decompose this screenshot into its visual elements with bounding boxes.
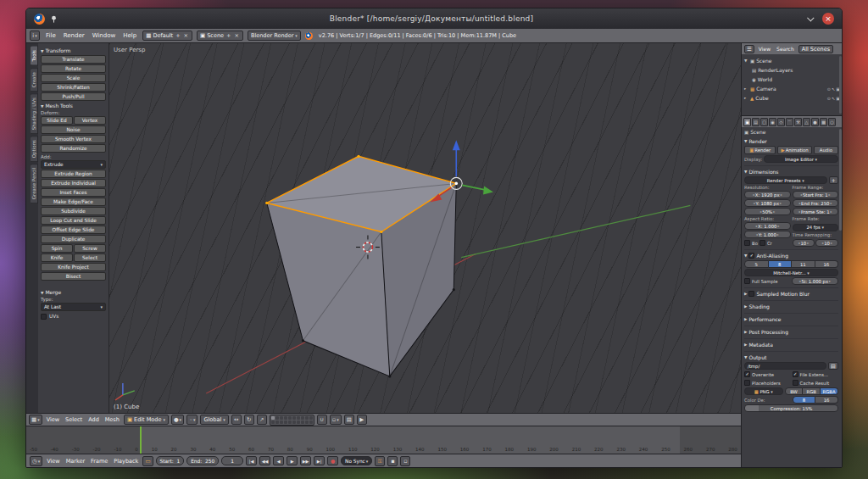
border-checkbox[interactable] <box>744 240 750 246</box>
tab-render-icon[interactable]: ▣ <box>743 118 751 126</box>
depth-16-button[interactable]: 16 <box>815 396 838 404</box>
display-select[interactable]: Image Editor ▾ <box>764 155 838 163</box>
delete-layout-button[interactable]: × <box>183 32 189 39</box>
knife-select-button[interactable]: Select <box>74 253 106 262</box>
loop-cut-button[interactable]: Loop Cut and Slide <box>41 216 106 225</box>
tab-modifiers-icon[interactable]: ⚒ <box>794 118 802 126</box>
manipulator-scale-icon[interactable]: ↗ <box>257 415 267 425</box>
push-pull-button[interactable]: Push/Pull <box>41 92 106 101</box>
menu-view[interactable]: View <box>45 416 61 423</box>
sync-mode-select[interactable]: No Sync▾ <box>341 456 372 465</box>
output-path-field[interactable]: /tmp/ <box>744 362 826 370</box>
sampled-motion-blur-header[interactable]: ▶Sampled Motion Blur <box>744 290 838 298</box>
uvs-checkbox-row[interactable]: UVs <box>41 312 106 320</box>
start-frame-field[interactable]: Start Fra: 1 <box>793 191 839 198</box>
minimize-button[interactable] <box>805 13 817 25</box>
outliner-menu-view[interactable]: View <box>757 46 772 52</box>
tab-render-layers-icon[interactable]: ▤ <box>752 118 760 126</box>
screen-layout-select[interactable]: ▦ Default + × <box>142 31 192 41</box>
visibility-eye-icon[interactable]: ⊙ <box>827 86 831 92</box>
outliner-editor-icon[interactable]: ☰ <box>744 45 754 53</box>
menu-view-timeline[interactable]: View <box>45 458 61 465</box>
current-frame-field[interactable]: 1 <box>221 456 243 465</box>
visibility-eye-icon[interactable]: ⊙ <box>827 96 831 101</box>
remap-new-field[interactable]: 10 <box>815 239 838 247</box>
keying-set-icon[interactable]: ⚿ <box>375 456 385 466</box>
shelf-tab-grease-pencil[interactable]: Grease Pencil <box>31 164 38 203</box>
anti-aliasing-checkbox[interactable]: ✓ <box>748 253 754 259</box>
knife-project-button[interactable]: Knife Project <box>41 263 106 271</box>
rgba-button[interactable]: RGBA <box>821 387 838 395</box>
scene-select[interactable]: ▣ Scene + × <box>197 31 243 41</box>
depth-8-button[interactable]: 8 <box>793 396 816 404</box>
delete-scene-button[interactable]: × <box>233 32 239 39</box>
tab-material-icon[interactable]: ● <box>811 118 819 126</box>
metadata-header[interactable]: ▶Metadata <box>744 341 838 348</box>
tab-world-icon[interactable]: ◉ <box>769 118 776 126</box>
audio-button[interactable]: Audio <box>814 146 838 154</box>
post-processing-header[interactable]: ▶Post Processing <box>744 328 838 336</box>
jump-to-end-button[interactable]: ▶| <box>314 456 325 465</box>
viewport-canvas[interactable] <box>109 43 741 413</box>
expand-icon[interactable]: ▼ <box>744 58 748 63</box>
viewport-shading-select[interactable]: ●▾ <box>171 415 184 425</box>
aa-samples-8[interactable]: 8 <box>769 260 793 268</box>
extrude-menu[interactable]: Extrude▾ <box>41 160 106 169</box>
file-extensions-checkbox[interactable]: ✓ <box>793 371 798 377</box>
cube-mesh[interactable] <box>265 155 458 378</box>
tab-physics-icon[interactable]: ○ <box>828 118 836 126</box>
extrude-individual-button[interactable]: Extrude Individual <box>41 179 106 187</box>
smooth-vertex-button[interactable]: Smooth Vertex <box>41 135 106 143</box>
shelf-tab-tools[interactable]: Tools <box>31 46 38 66</box>
rgb-button[interactable]: RGB <box>803 387 821 395</box>
edge-slide-button[interactable]: Slide Ed <box>41 116 73 125</box>
uvs-checkbox[interactable] <box>41 314 47 320</box>
shelf-tab-create[interactable]: Create <box>31 68 38 92</box>
snap-element-select[interactable]: ▫▾ <box>330 415 342 425</box>
tab-data-icon[interactable]: △ <box>803 118 810 126</box>
make-edge-face-button[interactable]: Make Edge/Face <box>41 198 106 206</box>
tab-scene-icon[interactable]: ▢ <box>760 118 768 126</box>
jump-to-start-button[interactable]: |◀ <box>246 456 257 465</box>
next-keyframe-button[interactable]: ▶▶ <box>300 456 311 465</box>
add-scene-button[interactable]: + <box>225 32 231 39</box>
noise-button[interactable]: Noise <box>41 125 106 134</box>
translate-button[interactable]: Translate <box>41 55 106 64</box>
merge-panel-header[interactable]: ▼ Merge <box>41 289 106 295</box>
add-layout-button[interactable]: + <box>175 32 181 39</box>
folder-icon[interactable]: ▤ <box>828 362 838 370</box>
randomize-button[interactable]: Randomize <box>41 144 106 153</box>
tab-constraints-icon[interactable]: ⌒ <box>786 118 793 126</box>
pin-icon[interactable] <box>50 15 58 23</box>
render-button[interactable]: ▣Render <box>744 146 776 154</box>
extrude-region-button[interactable]: Extrude Region <box>41 170 106 178</box>
aa-filter-select[interactable]: Mitchell-Netr... ▾ <box>744 269 838 276</box>
manipulator-rotate-icon[interactable]: ↻ <box>244 415 254 425</box>
screw-button[interactable]: Screw <box>74 244 106 253</box>
manipulator-translate-icon[interactable]: ↔ <box>231 415 242 425</box>
outliner-row-camera[interactable]: ▸ ▦ Camera ⊙ ↖ ▣ <box>744 84 840 93</box>
snap-magnet-icon[interactable]: ∪ <box>317 415 327 425</box>
menu-marker[interactable]: Marker <box>64 458 86 465</box>
motion-blur-checkbox[interactable] <box>748 291 754 297</box>
end-frame-field[interactable]: End Fra: 250 <box>793 199 839 207</box>
shelf-tab-shading-uvs[interactable]: Shading / UVs <box>31 93 38 134</box>
dimensions-section-header[interactable]: ▼Dimensions <box>744 168 838 175</box>
knife-button[interactable]: Knife <box>41 253 73 262</box>
outliner-row-scene[interactable]: ▼ ▣ Scene <box>744 56 840 65</box>
menu-render[interactable]: Render <box>62 32 86 39</box>
spin-button[interactable]: Spin <box>41 244 73 253</box>
overwrite-checkbox[interactable]: ✓ <box>744 371 750 377</box>
layers-widget[interactable] <box>270 415 314 426</box>
outliner-filter-select[interactable]: All Scenes <box>798 45 833 53</box>
record-button[interactable]: ● <box>327 456 338 465</box>
menu-add[interactable]: Add <box>86 416 101 423</box>
render-presets-select[interactable]: Render Presets ▾ <box>744 176 827 184</box>
shelf-tab-options[interactable]: Options <box>31 136 38 162</box>
remap-old-field[interactable]: 10 <box>793 239 815 247</box>
menu-file[interactable]: File <box>44 32 58 39</box>
close-button[interactable]: × <box>822 13 834 25</box>
file-format-select[interactable]: ▦ PNG ▾ <box>744 387 783 395</box>
selectable-arrow-icon[interactable]: ↖ <box>832 86 835 92</box>
cache-result-checkbox[interactable] <box>793 380 798 386</box>
